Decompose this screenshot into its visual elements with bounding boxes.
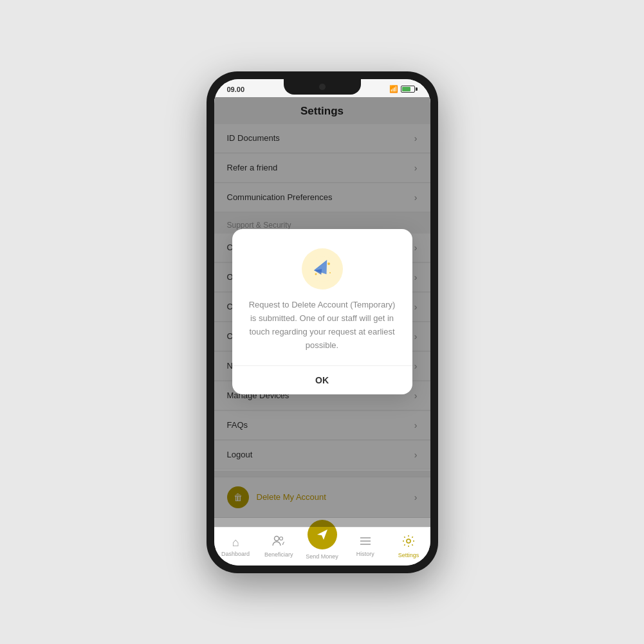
svg-point-12 — [407, 539, 410, 543]
phone-screen: 09.00 📶 Settings ID Documents — [214, 79, 430, 566]
nav-label-history: History — [356, 551, 374, 557]
svg-point-7 — [275, 536, 279, 540]
wifi-icon: 📶 — [389, 85, 398, 93]
status-icons: 📶 — [389, 85, 418, 93]
settings-icon — [402, 535, 415, 551]
nav-label-beneficiary: Beneficiary — [264, 551, 293, 558]
modal-body: Request to Delete Account (Temporary) is… — [232, 229, 412, 365]
confirmation-modal: Request to Delete Account (Temporary) is… — [232, 229, 412, 394]
battery-icon — [401, 86, 418, 93]
svg-point-8 — [280, 537, 283, 540]
modal-message: Request to Delete Account (Temporary) is… — [248, 299, 397, 352]
dashboard-icon: ⌂ — [232, 536, 239, 549]
bottom-nav: ⌂ Dashboard Beneficiary — [214, 527, 430, 566]
nav-item-history[interactable]: History — [344, 536, 387, 557]
app-content: Settings ID Documents › Refer a friend ›… — [214, 97, 430, 527]
svg-point-4 — [327, 262, 330, 265]
notch-camera — [319, 84, 326, 90]
svg-point-6 — [329, 272, 331, 273]
nav-item-send-money[interactable]: Send Money — [300, 533, 344, 560]
history-icon — [359, 536, 372, 549]
modal-ok-button[interactable]: OK — [232, 366, 412, 394]
nav-label-settings: Settings — [398, 552, 419, 558]
phone-frame: 09.00 📶 Settings ID Documents — [207, 71, 438, 573]
nav-label-send-money: Send Money — [306, 553, 338, 560]
nav-item-beneficiary[interactable]: Beneficiary — [257, 535, 300, 558]
modal-icon — [302, 248, 343, 290]
status-time: 09.00 — [227, 86, 245, 93]
nav-item-dashboard[interactable]: ⌂ Dashboard — [214, 536, 257, 557]
beneficiary-icon — [272, 535, 285, 550]
svg-point-5 — [315, 273, 317, 275]
nav-item-settings[interactable]: Settings — [387, 535, 430, 558]
modal-overlay: Request to Delete Account (Temporary) is… — [214, 97, 430, 527]
phone-notch — [284, 79, 361, 95]
nav-label-dashboard: Dashboard — [221, 551, 250, 557]
